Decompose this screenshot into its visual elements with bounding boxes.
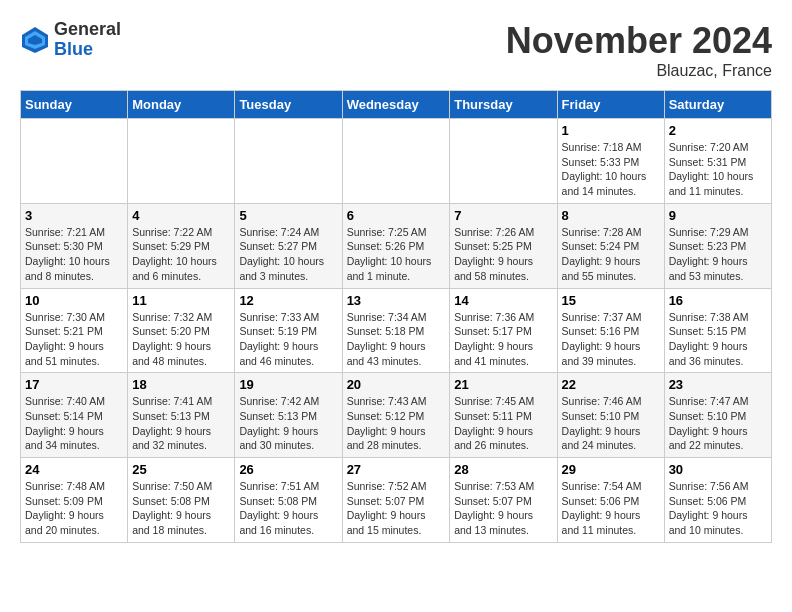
- calendar-cell: 7Sunrise: 7:26 AM Sunset: 5:25 PM Daylig…: [450, 203, 557, 288]
- day-info: Sunrise: 7:47 AM Sunset: 5:10 PM Dayligh…: [669, 394, 767, 453]
- day-info: Sunrise: 7:34 AM Sunset: 5:18 PM Dayligh…: [347, 310, 446, 369]
- calendar-week-2: 3Sunrise: 7:21 AM Sunset: 5:30 PM Daylig…: [21, 203, 772, 288]
- day-number: 12: [239, 293, 337, 308]
- calendar-cell: 22Sunrise: 7:46 AM Sunset: 5:10 PM Dayli…: [557, 373, 664, 458]
- day-number: 4: [132, 208, 230, 223]
- day-number: 29: [562, 462, 660, 477]
- header-wednesday: Wednesday: [342, 91, 450, 119]
- calendar-week-4: 17Sunrise: 7:40 AM Sunset: 5:14 PM Dayli…: [21, 373, 772, 458]
- location: Blauzac, France: [506, 62, 772, 80]
- day-number: 11: [132, 293, 230, 308]
- calendar-week-5: 24Sunrise: 7:48 AM Sunset: 5:09 PM Dayli…: [21, 458, 772, 543]
- calendar-cell: [128, 119, 235, 204]
- calendar-cell: 20Sunrise: 7:43 AM Sunset: 5:12 PM Dayli…: [342, 373, 450, 458]
- day-info: Sunrise: 7:41 AM Sunset: 5:13 PM Dayligh…: [132, 394, 230, 453]
- calendar-cell: 23Sunrise: 7:47 AM Sunset: 5:10 PM Dayli…: [664, 373, 771, 458]
- day-number: 18: [132, 377, 230, 392]
- calendar-cell: 26Sunrise: 7:51 AM Sunset: 5:08 PM Dayli…: [235, 458, 342, 543]
- header-monday: Monday: [128, 91, 235, 119]
- day-info: Sunrise: 7:54 AM Sunset: 5:06 PM Dayligh…: [562, 479, 660, 538]
- calendar-cell: [21, 119, 128, 204]
- day-number: 9: [669, 208, 767, 223]
- logo: General Blue: [20, 20, 121, 60]
- calendar-cell: 29Sunrise: 7:54 AM Sunset: 5:06 PM Dayli…: [557, 458, 664, 543]
- day-info: Sunrise: 7:25 AM Sunset: 5:26 PM Dayligh…: [347, 225, 446, 284]
- header-sunday: Sunday: [21, 91, 128, 119]
- month-title: November 2024: [506, 20, 772, 62]
- day-info: Sunrise: 7:45 AM Sunset: 5:11 PM Dayligh…: [454, 394, 552, 453]
- logo-text: General Blue: [54, 20, 121, 60]
- calendar-cell: 13Sunrise: 7:34 AM Sunset: 5:18 PM Dayli…: [342, 288, 450, 373]
- day-info: Sunrise: 7:40 AM Sunset: 5:14 PM Dayligh…: [25, 394, 123, 453]
- calendar-cell: 17Sunrise: 7:40 AM Sunset: 5:14 PM Dayli…: [21, 373, 128, 458]
- calendar-table: SundayMondayTuesdayWednesdayThursdayFrid…: [20, 90, 772, 543]
- day-info: Sunrise: 7:36 AM Sunset: 5:17 PM Dayligh…: [454, 310, 552, 369]
- day-info: Sunrise: 7:42 AM Sunset: 5:13 PM Dayligh…: [239, 394, 337, 453]
- page-header: General Blue November 2024 Blauzac, Fran…: [20, 20, 772, 80]
- day-number: 26: [239, 462, 337, 477]
- day-number: 3: [25, 208, 123, 223]
- day-info: Sunrise: 7:30 AM Sunset: 5:21 PM Dayligh…: [25, 310, 123, 369]
- logo-icon: [20, 25, 50, 55]
- calendar-week-1: 1Sunrise: 7:18 AM Sunset: 5:33 PM Daylig…: [21, 119, 772, 204]
- day-info: Sunrise: 7:20 AM Sunset: 5:31 PM Dayligh…: [669, 140, 767, 199]
- calendar-cell: 15Sunrise: 7:37 AM Sunset: 5:16 PM Dayli…: [557, 288, 664, 373]
- calendar-cell: 8Sunrise: 7:28 AM Sunset: 5:24 PM Daylig…: [557, 203, 664, 288]
- day-number: 25: [132, 462, 230, 477]
- day-info: Sunrise: 7:38 AM Sunset: 5:15 PM Dayligh…: [669, 310, 767, 369]
- day-info: Sunrise: 7:53 AM Sunset: 5:07 PM Dayligh…: [454, 479, 552, 538]
- calendar-cell: 25Sunrise: 7:50 AM Sunset: 5:08 PM Dayli…: [128, 458, 235, 543]
- calendar-cell: 5Sunrise: 7:24 AM Sunset: 5:27 PM Daylig…: [235, 203, 342, 288]
- day-number: 28: [454, 462, 552, 477]
- calendar-cell: 4Sunrise: 7:22 AM Sunset: 5:29 PM Daylig…: [128, 203, 235, 288]
- calendar-cell: 21Sunrise: 7:45 AM Sunset: 5:11 PM Dayli…: [450, 373, 557, 458]
- day-number: 1: [562, 123, 660, 138]
- day-info: Sunrise: 7:48 AM Sunset: 5:09 PM Dayligh…: [25, 479, 123, 538]
- day-info: Sunrise: 7:24 AM Sunset: 5:27 PM Dayligh…: [239, 225, 337, 284]
- day-number: 2: [669, 123, 767, 138]
- day-info: Sunrise: 7:33 AM Sunset: 5:19 PM Dayligh…: [239, 310, 337, 369]
- calendar-cell: 14Sunrise: 7:36 AM Sunset: 5:17 PM Dayli…: [450, 288, 557, 373]
- day-info: Sunrise: 7:18 AM Sunset: 5:33 PM Dayligh…: [562, 140, 660, 199]
- day-info: Sunrise: 7:26 AM Sunset: 5:25 PM Dayligh…: [454, 225, 552, 284]
- calendar-cell: 19Sunrise: 7:42 AM Sunset: 5:13 PM Dayli…: [235, 373, 342, 458]
- header-saturday: Saturday: [664, 91, 771, 119]
- day-number: 27: [347, 462, 446, 477]
- calendar-cell: 3Sunrise: 7:21 AM Sunset: 5:30 PM Daylig…: [21, 203, 128, 288]
- day-info: Sunrise: 7:50 AM Sunset: 5:08 PM Dayligh…: [132, 479, 230, 538]
- calendar-cell: [235, 119, 342, 204]
- day-number: 8: [562, 208, 660, 223]
- calendar-cell: 1Sunrise: 7:18 AM Sunset: 5:33 PM Daylig…: [557, 119, 664, 204]
- day-number: 24: [25, 462, 123, 477]
- title-block: November 2024 Blauzac, France: [506, 20, 772, 80]
- day-info: Sunrise: 7:32 AM Sunset: 5:20 PM Dayligh…: [132, 310, 230, 369]
- day-number: 6: [347, 208, 446, 223]
- day-info: Sunrise: 7:52 AM Sunset: 5:07 PM Dayligh…: [347, 479, 446, 538]
- day-info: Sunrise: 7:46 AM Sunset: 5:10 PM Dayligh…: [562, 394, 660, 453]
- day-number: 23: [669, 377, 767, 392]
- day-info: Sunrise: 7:29 AM Sunset: 5:23 PM Dayligh…: [669, 225, 767, 284]
- day-info: Sunrise: 7:28 AM Sunset: 5:24 PM Dayligh…: [562, 225, 660, 284]
- day-number: 16: [669, 293, 767, 308]
- calendar-cell: [450, 119, 557, 204]
- calendar-cell: 24Sunrise: 7:48 AM Sunset: 5:09 PM Dayli…: [21, 458, 128, 543]
- day-info: Sunrise: 7:43 AM Sunset: 5:12 PM Dayligh…: [347, 394, 446, 453]
- day-number: 7: [454, 208, 552, 223]
- day-info: Sunrise: 7:56 AM Sunset: 5:06 PM Dayligh…: [669, 479, 767, 538]
- day-number: 21: [454, 377, 552, 392]
- calendar-cell: 9Sunrise: 7:29 AM Sunset: 5:23 PM Daylig…: [664, 203, 771, 288]
- calendar-cell: [342, 119, 450, 204]
- logo-blue: Blue: [54, 40, 121, 60]
- day-number: 22: [562, 377, 660, 392]
- day-number: 10: [25, 293, 123, 308]
- day-number: 30: [669, 462, 767, 477]
- day-info: Sunrise: 7:21 AM Sunset: 5:30 PM Dayligh…: [25, 225, 123, 284]
- header-friday: Friday: [557, 91, 664, 119]
- calendar-cell: 28Sunrise: 7:53 AM Sunset: 5:07 PM Dayli…: [450, 458, 557, 543]
- calendar-cell: 2Sunrise: 7:20 AM Sunset: 5:31 PM Daylig…: [664, 119, 771, 204]
- header-thursday: Thursday: [450, 91, 557, 119]
- day-number: 15: [562, 293, 660, 308]
- day-number: 19: [239, 377, 337, 392]
- day-info: Sunrise: 7:51 AM Sunset: 5:08 PM Dayligh…: [239, 479, 337, 538]
- day-number: 17: [25, 377, 123, 392]
